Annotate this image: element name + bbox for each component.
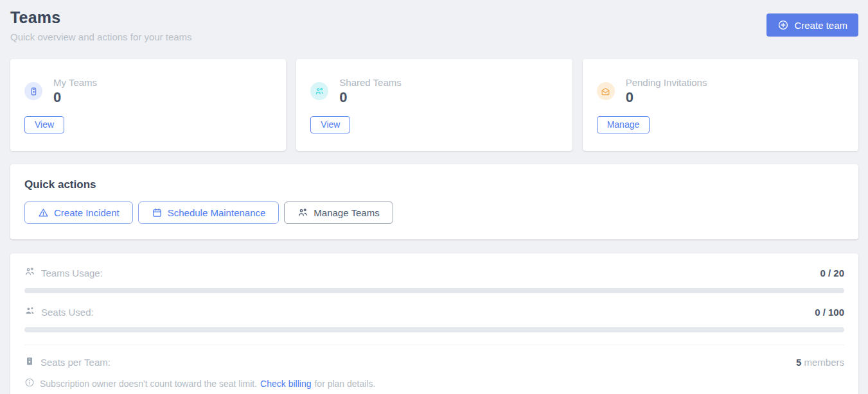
teams-usage-label: Teams Usage: bbox=[41, 268, 103, 278]
shared-teams-label: Shared Teams bbox=[339, 77, 401, 88]
info-icon bbox=[24, 377, 40, 390]
seats-used-group: Seats Used: 0 / 100 bbox=[24, 305, 844, 332]
page-title: Teams bbox=[10, 8, 192, 27]
seats-per-team-label: Seats per Team: bbox=[40, 357, 111, 368]
create-incident-button[interactable]: Create Incident bbox=[24, 201, 133, 224]
quick-actions-title: Quick actions bbox=[24, 178, 844, 191]
pending-invitations-value: 0 bbox=[626, 90, 707, 105]
page-header-text: Teams Quick overview and actions for you… bbox=[10, 8, 192, 42]
seats-used-progressbar bbox=[24, 327, 844, 332]
badge-filled-icon bbox=[24, 356, 35, 368]
create-team-button[interactable]: Create team bbox=[766, 13, 858, 37]
manage-teams-label: Manage Teams bbox=[314, 207, 379, 218]
shared-teams-value: 0 bbox=[339, 90, 401, 105]
pending-invitations-manage-button[interactable]: Manage bbox=[597, 116, 650, 133]
check-billing-link[interactable]: Check billing bbox=[260, 379, 311, 389]
create-incident-label: Create Incident bbox=[54, 207, 120, 218]
seats-used-label: Seats Used: bbox=[41, 307, 94, 318]
teams-usage-progressbar bbox=[24, 288, 844, 293]
my-teams-label: My Teams bbox=[53, 77, 97, 88]
teams-page: Teams Quick overview and actions for you… bbox=[0, 0, 868, 394]
seats-per-team-value-wrap: 5 members bbox=[796, 357, 844, 368]
calendar-icon bbox=[152, 207, 163, 218]
my-teams-card-top: My Teams 0 bbox=[24, 77, 272, 105]
team-icon bbox=[297, 207, 308, 218]
my-teams-value: 0 bbox=[53, 90, 97, 105]
my-teams-card: My Teams 0 View bbox=[10, 59, 286, 151]
schedule-maintenance-button[interactable]: Schedule Maintenance bbox=[138, 201, 279, 224]
people-filled-icon bbox=[24, 305, 35, 318]
team-icon bbox=[310, 82, 328, 100]
seats-used-label-wrap: Seats Used: bbox=[24, 305, 94, 318]
seats-per-team-label-wrap: Seats per Team: bbox=[24, 356, 111, 368]
teams-usage-head: Teams Usage: 0 / 20 bbox=[24, 266, 844, 279]
usage-divider bbox=[24, 345, 844, 345]
my-teams-view-button[interactable]: View bbox=[24, 116, 64, 133]
usage-card: Teams Usage: 0 / 20 Seats Used: 0 / bbox=[10, 253, 858, 394]
plus-circle-icon bbox=[777, 19, 789, 31]
pending-invitations-stat: Pending Invitations 0 bbox=[626, 77, 707, 105]
stat-cards-row: My Teams 0 View Shared Teams 0 View bbox=[10, 59, 858, 151]
shared-teams-stat: Shared Teams 0 bbox=[339, 77, 401, 105]
seats-used-head: Seats Used: 0 / 100 bbox=[24, 305, 844, 318]
my-teams-stat: My Teams 0 bbox=[53, 77, 97, 105]
manage-teams-button[interactable]: Manage Teams bbox=[284, 201, 393, 224]
page-subtitle: Quick overview and actions for your team… bbox=[10, 31, 192, 42]
mail-open-icon bbox=[597, 82, 615, 100]
quick-actions-buttons: Create Incident Schedule Maintenance Man… bbox=[24, 201, 844, 224]
badge-icon bbox=[24, 82, 42, 100]
seats-used-value: 0 / 100 bbox=[815, 307, 844, 318]
page-header: Teams Quick overview and actions for you… bbox=[10, 8, 858, 42]
pending-invitations-card-top: Pending Invitations 0 bbox=[597, 77, 844, 105]
pending-invitations-label: Pending Invitations bbox=[626, 77, 707, 88]
shared-teams-card-top: Shared Teams 0 bbox=[310, 77, 558, 105]
pending-invitations-card: Pending Invitations 0 Manage bbox=[583, 59, 858, 151]
quick-actions-card: Quick actions Create Incident Schedule M… bbox=[10, 164, 858, 239]
seat-limit-note: Subscription owner doesn't count toward … bbox=[24, 377, 844, 390]
schedule-maintenance-label: Schedule Maintenance bbox=[168, 207, 266, 218]
shared-teams-view-button[interactable]: View bbox=[310, 116, 350, 133]
warning-icon bbox=[38, 207, 49, 218]
note-text-before: Subscription owner doesn't count toward … bbox=[40, 379, 257, 389]
teams-usage-label-wrap: Teams Usage: bbox=[24, 266, 103, 279]
seats-per-team-unit: members bbox=[804, 357, 844, 368]
teams-usage-value: 0 / 20 bbox=[820, 268, 844, 278]
seats-per-team-row: Seats per Team: 5 members bbox=[24, 356, 844, 368]
create-team-label: Create team bbox=[794, 20, 847, 31]
shared-teams-card: Shared Teams 0 View bbox=[296, 59, 572, 151]
team-outline-icon bbox=[24, 266, 35, 279]
teams-usage-group: Teams Usage: 0 / 20 bbox=[24, 266, 844, 293]
seats-per-team-value: 5 bbox=[796, 357, 801, 368]
note-text-after: for plan details. bbox=[314, 379, 375, 389]
